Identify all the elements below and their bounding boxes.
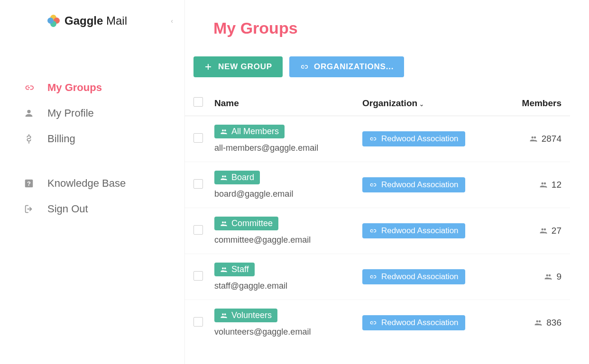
org-pill[interactable]: Redwood Association: [362, 269, 465, 284]
group-email: volunteers@gaggle.email: [214, 327, 362, 337]
members-count: 27: [552, 226, 561, 236]
link-icon: [369, 135, 377, 143]
chevron-down-icon: ⌄: [419, 101, 424, 108]
help-icon: [24, 178, 34, 189]
groups-table: Name Organization⌄ Members All Members a…: [185, 91, 570, 346]
nav-label: Knowledge Base: [47, 177, 126, 190]
group-chip[interactable]: Staff: [214, 263, 255, 276]
org-name: Redwood Association: [381, 134, 459, 144]
brand-name-light: Mail: [106, 14, 127, 27]
row-checkbox[interactable]: [193, 179, 203, 189]
org-pill[interactable]: Redwood Association: [362, 177, 465, 192]
nav-my-profile[interactable]: My Profile: [0, 100, 184, 126]
table-header: Name Organization⌄ Members: [185, 91, 570, 116]
action-bar: NEW GROUP ORGANIZATIONS...: [193, 56, 570, 77]
table-row[interactable]: Staff staff@gaggle.email Redwood Associa…: [185, 254, 570, 300]
dollar-icon: [24, 134, 34, 144]
group-name: Staff: [231, 264, 249, 274]
nav-label: Billing: [47, 133, 75, 145]
people-icon: [220, 174, 228, 182]
group-chip[interactable]: Board: [214, 171, 260, 184]
link-icon: [369, 319, 377, 327]
group-email: all-members@gaggle.email: [214, 143, 362, 153]
main-content: My Groups NEW GROUP ORGANIZATIONS... Nam…: [185, 0, 589, 364]
row-checkbox[interactable]: [193, 271, 203, 281]
person-icon: [24, 108, 34, 118]
members-count: 836: [546, 318, 561, 328]
signout-icon: [24, 204, 34, 214]
org-name: Redwood Association: [381, 272, 459, 282]
primary-nav: My Groups My Profile Billing: [0, 75, 184, 152]
people-icon: [220, 220, 228, 228]
people-icon: [544, 273, 552, 281]
row-checkbox[interactable]: [193, 133, 203, 143]
members-count: 12: [552, 180, 561, 190]
new-group-label: NEW GROUP: [218, 62, 272, 72]
org-pill[interactable]: Redwood Association: [362, 315, 465, 330]
nav-label: My Groups: [47, 82, 102, 94]
org-pill[interactable]: Redwood Association: [362, 223, 465, 238]
select-all-checkbox[interactable]: [193, 97, 203, 107]
organizations-button[interactable]: ORGANIZATIONS...: [289, 56, 404, 77]
org-pill[interactable]: Redwood Association: [362, 131, 465, 146]
org-name: Redwood Association: [381, 226, 459, 236]
nav-knowledge-base[interactable]: Knowledge Base: [0, 171, 184, 196]
group-chip[interactable]: Committee: [214, 217, 278, 230]
group-name: Board: [231, 173, 254, 182]
group-email: staff@gaggle.email: [214, 281, 362, 291]
nav-sign-out[interactable]: Sign Out: [0, 196, 184, 222]
link-icon: [300, 63, 308, 71]
link-icon: [369, 227, 377, 235]
members-count: 2874: [542, 134, 561, 144]
people-icon: [220, 312, 228, 319]
row-checkbox[interactable]: [193, 225, 203, 235]
table-row[interactable]: Volunteers volunteers@gaggle.email Redwo…: [185, 300, 570, 346]
row-checkbox[interactable]: [193, 317, 203, 327]
org-name: Redwood Association: [381, 318, 459, 328]
people-icon: [539, 227, 548, 235]
group-name: All Members: [231, 127, 279, 136]
nav-my-groups[interactable]: My Groups: [0, 75, 184, 100]
header-members[interactable]: Members: [495, 98, 561, 109]
table-row[interactable]: Committee committee@gaggle.email Redwood…: [185, 208, 570, 254]
group-chip[interactable]: Volunteers: [214, 309, 277, 322]
secondary-nav: Knowledge Base Sign Out: [0, 171, 184, 222]
header-name[interactable]: Name: [214, 98, 362, 109]
org-name: Redwood Association: [381, 180, 459, 190]
people-icon: [220, 266, 228, 273]
group-name: Committee: [231, 218, 273, 228]
group-chip[interactable]: All Members: [214, 125, 285, 138]
nav-label: My Profile: [47, 107, 94, 119]
group-email: board@gaggle.email: [214, 189, 362, 199]
link-icon: [24, 82, 34, 93]
link-icon: [369, 273, 377, 281]
sidebar: Gaggle Mail ‹ My Groups My Profile Billi…: [0, 0, 185, 364]
new-group-button[interactable]: NEW GROUP: [193, 56, 283, 77]
brand-name-strong: Gaggle: [64, 14, 103, 27]
organizations-label: ORGANIZATIONS...: [314, 62, 394, 72]
people-icon: [534, 318, 543, 327]
header-organization[interactable]: Organization⌄: [362, 98, 495, 109]
plus-icon: [204, 63, 212, 71]
sidebar-collapse-chevron-icon[interactable]: ‹: [171, 17, 173, 25]
nav-billing[interactable]: Billing: [0, 126, 184, 152]
nav-label: Sign Out: [47, 203, 88, 215]
group-email: committee@gaggle.email: [214, 235, 362, 245]
people-icon: [220, 128, 228, 136]
group-name: Volunteers: [231, 310, 272, 320]
people-icon: [529, 135, 538, 143]
members-count: 9: [556, 272, 561, 282]
logo-icon: [47, 15, 60, 27]
table-row[interactable]: All Members all-members@gaggle.email Red…: [185, 116, 570, 162]
people-icon: [539, 181, 548, 189]
table-row[interactable]: Board board@gaggle.email Redwood Associa…: [185, 162, 570, 208]
page-title: My Groups: [213, 19, 570, 37]
link-icon: [369, 181, 377, 189]
brand-logo[interactable]: Gaggle Mail: [47, 14, 127, 27]
